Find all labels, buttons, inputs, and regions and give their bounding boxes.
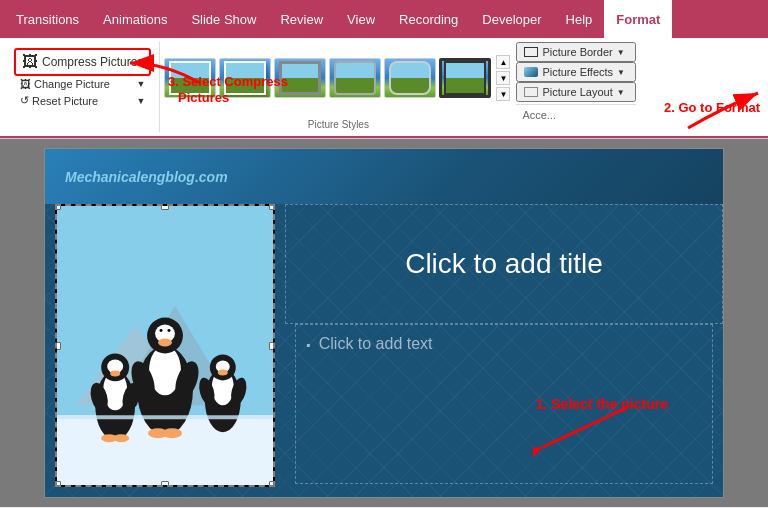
- svg-point-18: [162, 428, 182, 438]
- tab-recording[interactable]: Recording: [387, 0, 470, 38]
- border-caret: ▼: [617, 48, 625, 57]
- accessibility-label: Acce...: [516, 107, 636, 123]
- tab-animations[interactable]: Animations: [91, 0, 179, 38]
- svg-point-27: [113, 434, 129, 442]
- tab-format[interactable]: Format: [604, 0, 672, 38]
- select-arrow-svg: [533, 397, 633, 457]
- step2-annotation: 2. Go to Format: [664, 100, 760, 115]
- effects-caret: ▼: [617, 68, 625, 77]
- picture-border-button[interactable]: Picture Border ▼: [516, 42, 636, 62]
- scroll-down-arrow[interactable]: ▼: [496, 71, 510, 85]
- border-icon: [524, 47, 538, 57]
- tab-view[interactable]: View: [335, 0, 387, 38]
- handle-mr[interactable]: [269, 342, 275, 350]
- penguin-svg: [57, 206, 273, 485]
- picture-styles-label: Picture Styles: [164, 119, 512, 130]
- handle-bc[interactable]: [161, 481, 169, 487]
- text-placeholder-text: Click to add text: [319, 335, 433, 352]
- handle-bl[interactable]: [55, 481, 61, 487]
- layout-icon: [524, 87, 538, 97]
- step2-text: 2. Go to Format: [664, 100, 760, 115]
- accessibility-text: Acce...: [522, 109, 556, 121]
- svg-point-23: [110, 370, 120, 376]
- slide-title-area[interactable]: Click to add title: [285, 204, 723, 324]
- slide-header: Mechanicalengblog.com: [45, 149, 723, 204]
- handle-ml[interactable]: [55, 342, 61, 350]
- style-thumb-4[interactable]: [329, 58, 381, 98]
- slide-area: Mechanicalengblog.com Click to add title: [0, 139, 768, 507]
- svg-rect-35: [57, 415, 273, 419]
- picture-effects-label: Picture Effects: [542, 66, 613, 78]
- step3-annotation: 3. Select Compress Pictures: [168, 74, 288, 105]
- tab-bar: Transitions Animations Slide Show Review…: [0, 0, 768, 38]
- tab-help[interactable]: Help: [554, 0, 605, 38]
- reset-picture-button[interactable]: ↺ Reset Picture ▼: [14, 92, 151, 109]
- layout-caret: ▼: [617, 88, 625, 97]
- ribbon-content: 🖼 Compress Pictures 🖼 Change Picture ▼ ↺…: [0, 38, 768, 138]
- picture-layout-label: Picture Layout: [542, 86, 612, 98]
- reset-picture-label: Reset Picture: [32, 95, 98, 107]
- svg-point-32: [218, 369, 228, 375]
- slide-title-placeholder[interactable]: Click to add title: [405, 248, 603, 280]
- scroll-more-arrow[interactable]: ▼: [496, 87, 510, 101]
- step3-line2: Pictures: [178, 90, 229, 105]
- style-scroll: ▲ ▼ ▼: [494, 55, 512, 101]
- picture-border-label: Picture Border: [542, 46, 612, 58]
- compress-icon: 🖼: [22, 53, 38, 71]
- scroll-up-arrow[interactable]: ▲: [496, 55, 510, 69]
- handle-tr[interactable]: [269, 204, 275, 210]
- tab-review[interactable]: Review: [268, 0, 335, 38]
- effects-icon: [524, 67, 538, 77]
- slide-text-placeholder-label: ▪ Click to add text: [306, 335, 433, 353]
- svg-point-13: [160, 329, 163, 332]
- change-picture-icon: 🖼: [20, 78, 31, 90]
- picture-effects-button[interactable]: Picture Effects ▼: [516, 62, 636, 82]
- step3-line1: 3. Select Compress: [168, 74, 288, 89]
- handle-tc[interactable]: [161, 204, 169, 210]
- picture-frame[interactable]: [55, 204, 275, 487]
- ribbon: Transitions Animations Slide Show Review…: [0, 0, 768, 139]
- style-thumb-6[interactable]: [439, 58, 491, 98]
- handle-br[interactable]: [269, 481, 275, 487]
- change-picture-label: Change Picture: [34, 78, 110, 90]
- handle-tl[interactable]: [55, 204, 61, 210]
- tab-developer[interactable]: Developer: [470, 0, 553, 38]
- slide-url: Mechanicalengblog.com: [65, 169, 228, 185]
- picture-format-group: Picture Border ▼ Picture Effects ▼ Pictu…: [516, 42, 636, 132]
- reset-picture-icon: ↺: [20, 94, 29, 107]
- svg-point-14: [167, 329, 170, 332]
- svg-point-10: [158, 339, 172, 347]
- tab-transitions[interactable]: Transitions: [4, 0, 91, 38]
- reset-picture-caret: ▼: [136, 96, 145, 106]
- style-thumb-5[interactable]: [384, 58, 436, 98]
- picture-layout-button[interactable]: Picture Layout ▼: [516, 82, 636, 102]
- slide: Mechanicalengblog.com Click to add title: [44, 148, 724, 498]
- tab-slideshow[interactable]: Slide Show: [179, 0, 268, 38]
